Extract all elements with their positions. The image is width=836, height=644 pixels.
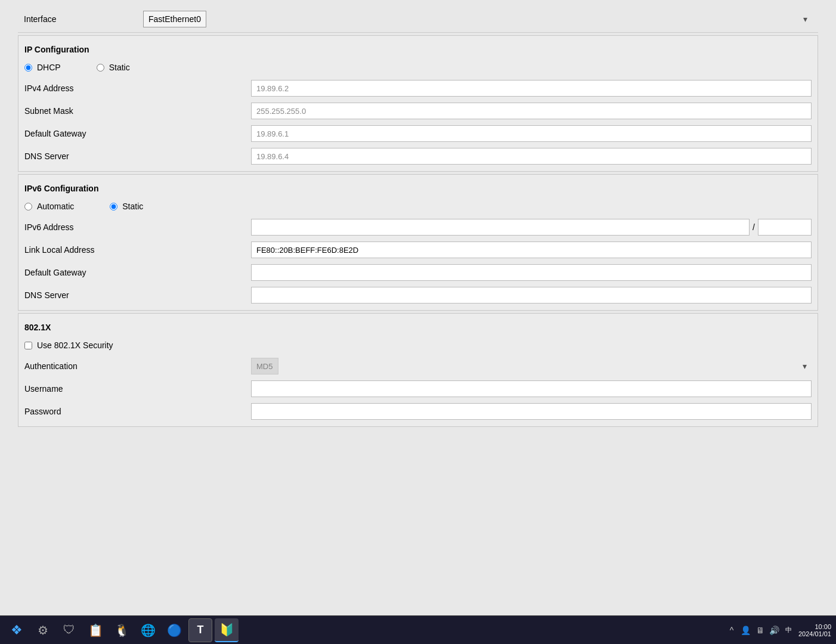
tray-date: 2024/01/01 [798,630,831,637]
penguin-icon[interactable]: 🐧 [110,618,134,642]
dot1x-section: 802.1X Use 802.1X Security Authenticatio… [18,313,818,427]
tray-user-icon[interactable]: 👤 [740,624,752,636]
ipv6-dns-server-input[interactable] [251,287,812,304]
username-label: Username [24,384,251,394]
ipv6-radio-row: Automatic Static [18,197,818,216]
dns-server-label: DNS Server [24,151,251,161]
start-icon[interactable]: ❖ [5,618,29,642]
static-radio-label[interactable]: Static [97,63,130,72]
default-gateway-input[interactable] [251,125,812,142]
ipv6-static-radio[interactable] [110,203,117,210]
default-gateway-label: Default Gateway [24,129,251,138]
ipv6-address-row: IPv6 Address / [18,216,818,239]
shield-icon[interactable]: 🛡 [57,618,81,642]
dns-server-row: DNS Server [18,145,818,168]
ipv6-input-group: / [251,219,812,236]
interface-label: Interface [24,14,143,24]
settings-icon[interactable]: ⚙ [31,618,55,642]
tray-time: 10:00 [798,623,831,630]
use-security-checkbox[interactable] [24,342,32,349]
password-input[interactable] [251,403,812,420]
app-icon[interactable]: 🔰 [215,618,239,642]
interface-select-wrapper[interactable]: FastEthernet0 [143,11,812,27]
automatic-radio-label[interactable]: Automatic [24,202,74,211]
static-label: Static [109,63,130,72]
ipv6-default-gateway-row: Default Gateway [18,261,818,284]
ipv6-default-gateway-input[interactable] [251,264,812,281]
dhcp-radio[interactable] [24,64,32,72]
password-row: Password [18,400,818,423]
link-local-input[interactable] [251,242,812,258]
ipv6-dns-server-label: DNS Server [24,290,251,300]
ip-config-header: IP Configuration [18,39,818,58]
username-input[interactable] [251,380,812,397]
username-row: Username [18,377,818,400]
subnet-label: Subnet Mask [24,106,251,116]
interface-row: Interface FastEthernet0 [18,6,818,33]
tray-network-icon[interactable]: 🖥 [754,624,766,636]
dhcp-radio-label[interactable]: DHCP [24,63,61,72]
slash-separator: / [753,222,755,232]
ipv6-prefix-input[interactable] [758,219,812,236]
interface-select[interactable]: FastEthernet0 [143,11,206,27]
ipv6-static-radio-label[interactable]: Static [110,202,143,211]
static-radio[interactable] [97,64,104,72]
ipv6-address-input[interactable] [251,219,750,236]
ipv4-input[interactable] [251,80,812,97]
use-security-row: Use 802.1X Security [18,336,818,355]
files-icon[interactable]: 📋 [83,618,107,642]
ipv6-address-label: IPv6 Address [24,222,251,232]
ip-radio-row: DHCP Static [18,58,818,77]
auth-select-wrapper[interactable]: MD5 [251,358,812,374]
password-label: Password [24,407,251,416]
automatic-radio[interactable] [24,203,32,210]
dns-server-input[interactable] [251,148,812,165]
ipv4-label: IPv4 Address [24,83,251,93]
default-gateway-row: Default Gateway [18,122,818,145]
use-security-label: Use 802.1X Security [37,340,113,350]
tray-volume-icon[interactable]: 🔊 [769,624,781,636]
auth-label: Authentication [24,361,251,371]
text-icon[interactable]: T [188,618,212,642]
auth-select[interactable]: MD5 [251,358,278,374]
automatic-label: Automatic [37,202,74,211]
tray-icons: ^ 👤 🖥 🔊 中 [726,624,795,636]
ipv6-dns-server-row: DNS Server [18,284,818,306]
ipv6-static-label: Static [122,202,143,211]
link-local-row: Link Local Address [18,239,818,261]
taskbar: ❖ ⚙ 🛡 📋 🐧 🌐 🔵 T 🔰 ^ 👤 🖥 🔊 中 10:00 2024/0… [0,615,836,644]
browser-icon[interactable]: 🔵 [162,618,186,642]
dhcp-label: DHCP [37,63,61,72]
ipv6-default-gateway-label: Default Gateway [24,268,251,277]
tray-datetime: 10:00 2024/01/01 [798,623,831,637]
form-container: Interface FastEthernet0 IP Configuration… [0,0,836,447]
main-content: Interface FastEthernet0 IP Configuration… [0,0,836,615]
taskbar-right: ^ 👤 🖥 🔊 中 10:00 2024/01/01 [726,623,831,637]
ipv6-config-header: IPv6 Configuration [18,178,818,197]
network-icon[interactable]: 🌐 [136,618,160,642]
ipv6-config-section: IPv6 Configuration Automatic Static IPv6… [18,174,818,311]
dot1x-header: 802.1X [18,317,818,336]
tray-lang-icon[interactable]: 中 [783,624,795,636]
auth-row: Authentication MD5 [18,355,818,377]
subnet-row: Subnet Mask [18,100,818,122]
subnet-input[interactable] [251,103,812,119]
link-local-label: Link Local Address [24,245,251,255]
ipv4-row: IPv4 Address [18,77,818,100]
ip-config-section: IP Configuration DHCP Static IPv4 Addres… [18,35,818,172]
tray-expand-icon[interactable]: ^ [726,624,738,636]
